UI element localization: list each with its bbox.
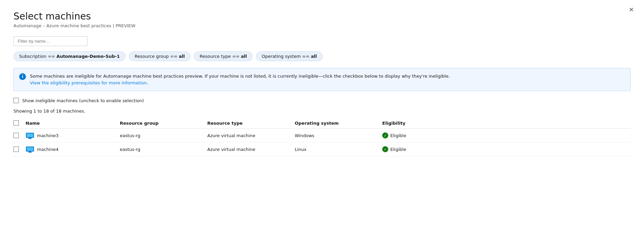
chip-subscription-prefix: Subscription == xyxy=(19,54,57,59)
svg-rect-3 xyxy=(28,138,32,139)
chip-resource-group-prefix: Resource group == xyxy=(135,54,179,59)
info-icon: i xyxy=(19,73,26,80)
svg-rect-2 xyxy=(29,138,31,138)
cell-rg-machine4: eastus-rg xyxy=(120,147,207,152)
col-name: Name xyxy=(26,121,120,126)
cell-os-machine3: Windows xyxy=(295,133,382,138)
eligibility-badge-machine3: ✓ Eligible xyxy=(382,132,450,138)
info-banner-text: Some machines are ineligible for Automan… xyxy=(30,73,450,86)
vm-icon xyxy=(26,146,34,153)
row-checkbox-machine4[interactable] xyxy=(13,147,19,152)
chip-resource-type-value: all xyxy=(241,54,247,59)
select-all-checkbox[interactable] xyxy=(13,120,19,126)
chip-operating-system[interactable]: Operating system == all xyxy=(256,51,323,61)
table-row: machine4 eastus-rg Azure virtual machine… xyxy=(13,142,631,156)
col-operating-system: Operating system xyxy=(295,121,382,126)
eligible-check-icon-machine3: ✓ xyxy=(382,132,388,138)
machines-table: Name Resource group Resource type Operat… xyxy=(13,118,631,156)
chip-resource-group[interactable]: Resource group == all xyxy=(129,51,190,61)
cell-name-machine3: machine3 xyxy=(26,132,120,139)
col-resource-type: Resource type xyxy=(207,121,295,126)
chip-operating-system-prefix: Operating system == xyxy=(262,54,311,59)
cell-name-machine4: machine4 xyxy=(26,146,120,153)
eligibility-link[interactable]: View the eligibility prerequisites for m… xyxy=(30,80,148,85)
close-button[interactable]: ✕ xyxy=(629,7,634,13)
svg-rect-6 xyxy=(29,152,31,152)
table-row: machine3 eastus-rg Azure virtual machine… xyxy=(13,129,631,142)
svg-rect-5 xyxy=(27,147,33,151)
chip-resource-type[interactable]: Resource type == all xyxy=(194,51,253,61)
page-subtitle: Automanage – Azure machine best practice… xyxy=(13,23,631,28)
chip-resource-group-value: all xyxy=(179,54,185,59)
filter-chips: Subscription == Automanage-Demo-Sub-1 Re… xyxy=(13,51,631,61)
filter-name-input[interactable] xyxy=(13,36,87,46)
eligible-check-icon-machine4: ✓ xyxy=(382,146,388,152)
col-resource-group: Resource group xyxy=(120,121,207,126)
cell-os-machine4: Linux xyxy=(295,147,382,152)
eligibility-badge-machine4: ✓ Eligible xyxy=(382,146,450,152)
chip-subscription-value: Automanage-Demo-Sub-1 xyxy=(57,54,120,59)
chip-operating-system-value: all xyxy=(311,54,317,59)
svg-rect-7 xyxy=(28,152,32,153)
showing-count: Showing 1 to 18 of 18 machines. xyxy=(13,109,631,114)
col-eligibility: Eligibility xyxy=(382,121,450,126)
row-checkbox-machine3[interactable] xyxy=(13,133,19,138)
page-title: Select machines xyxy=(13,11,631,22)
cell-type-machine3: Azure virtual machine xyxy=(207,133,295,138)
cell-type-machine4: Azure virtual machine xyxy=(207,147,295,152)
ineligible-row: Show ineligible machines (uncheck to ena… xyxy=(13,98,631,103)
cell-eligibility-machine4: ✓ Eligible xyxy=(382,146,450,152)
table-header: Name Resource group Resource type Operat… xyxy=(13,118,631,129)
cell-rg-machine3: eastus-rg xyxy=(120,133,207,138)
cell-eligibility-machine3: ✓ Eligible xyxy=(382,132,450,138)
chip-resource-type-prefix: Resource type == xyxy=(200,54,241,59)
vm-icon xyxy=(26,132,34,139)
ineligible-label: Show ineligible machines (uncheck to ena… xyxy=(22,98,144,103)
svg-rect-1 xyxy=(27,133,33,137)
chip-subscription[interactable]: Subscription == Automanage-Demo-Sub-1 xyxy=(13,51,126,61)
info-banner: i Some machines are ineligible for Autom… xyxy=(13,68,631,91)
show-ineligible-checkbox[interactable] xyxy=(13,98,19,103)
